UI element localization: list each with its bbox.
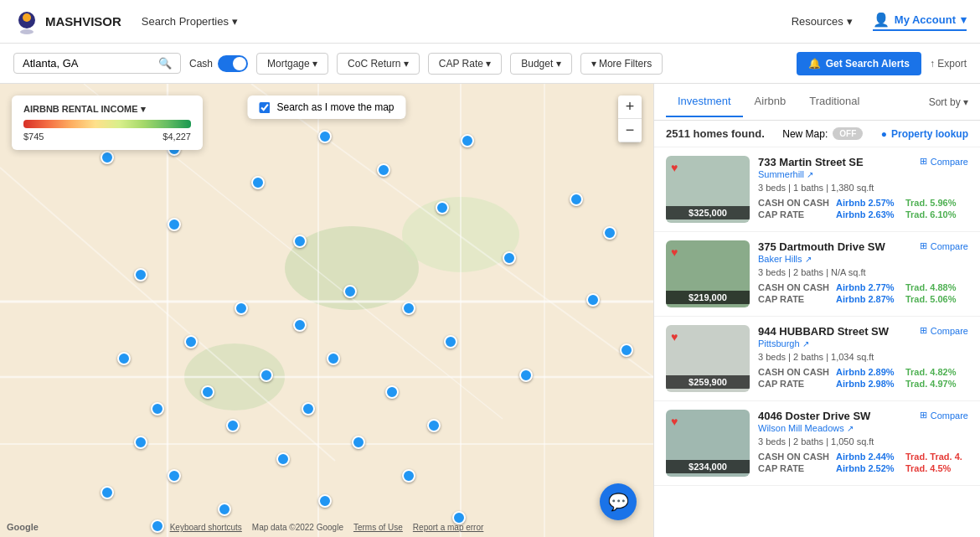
compare-button[interactable]: ⊞ Compare [920,240,968,251]
map-pin[interactable] [318,130,332,143]
resources-button[interactable]: Resources ▾ [792,15,853,28]
listing-neighborhood[interactable]: Summerhill ↗ [758,169,968,179]
favorite-icon[interactable]: ♥ [671,330,678,343]
export-button[interactable]: ↑ Export [930,58,967,70]
map-pin[interactable] [168,469,181,483]
listing-neighborhood[interactable]: Baker Hills ↗ [758,254,968,264]
map-pin[interactable] [151,402,164,416]
search-icon[interactable]: 🔍 [158,57,172,70]
map-pin[interactable] [343,285,357,298]
coc-filter-button[interactable]: CoC Return ▾ [337,53,420,75]
cash-on-cash-trad: Trad. 4.82% [905,367,968,377]
map-pin[interactable] [427,419,441,432]
tab-traditional[interactable]: Traditional [797,86,871,117]
listing-card: ♥ $234,000 4046 Doster Drive SW Wilson M… [654,401,980,486]
map-pin[interactable] [461,134,474,147]
map-pin[interactable] [101,151,114,164]
map-pin[interactable] [620,343,633,357]
compare-icon: ⊞ [920,156,927,167]
budget-filter-button[interactable]: Budget ▾ [510,53,571,75]
search-as-move-checkbox[interactable] [259,102,270,113]
map-pin[interactable] [251,176,265,189]
zoom-in-button[interactable]: + [618,96,642,119]
search-properties-chevron: ▾ [232,15,238,28]
cash-on-cash-airbnb: Airbnb 2.89% [836,367,899,377]
map-footer-shortcuts[interactable]: Keyboard shortcuts [170,523,242,532]
my-account-button[interactable]: 👤 My Account ▾ [873,12,967,31]
logo-text: MASHVISOR [45,14,121,28]
compare-button[interactable]: ⊞ Compare [920,410,968,421]
map-footer-terms[interactable]: Terms of Use [353,523,403,532]
map-pin[interactable] [168,218,181,231]
compare-button[interactable]: ⊞ Compare [920,325,968,336]
cap-rate-label: CAP RATE [758,463,829,473]
cash-mortgage-toggle[interactable] [218,55,248,72]
map-pin[interactable] [235,302,248,315]
get-alerts-button[interactable]: 🔔 Get Search Alerts [797,52,921,75]
zoom-out-button[interactable]: − [618,119,642,142]
map-pin[interactable] [226,419,240,432]
property-lookup-icon: ● [881,128,887,140]
map-pin[interactable] [444,335,457,349]
map-pin[interactable] [101,486,114,499]
map-pin[interactable] [201,385,214,399]
svg-point-1 [23,13,31,22]
cap-rate-airbnb: Airbnb 2.63% [836,209,899,219]
map-pin[interactable] [276,452,290,466]
header-right: Resources ▾ 👤 My Account ▾ [792,12,967,31]
map-pin[interactable] [318,494,332,508]
compare-button[interactable]: ⊞ Compare [920,156,968,167]
new-map-off-toggle[interactable]: OFF [833,127,863,140]
favorite-icon[interactable]: ♥ [671,415,678,428]
map-pin[interactable] [327,352,340,365]
map-pin[interactable] [385,385,399,399]
favorite-icon[interactable]: ♥ [671,161,678,174]
map-pin[interactable] [302,402,315,416]
more-filters-button[interactable]: ▾ More Filters [580,53,663,75]
listing-image-wrap: ♥ $325,000 [666,156,750,223]
map-pin[interactable] [134,436,147,449]
chat-button[interactable]: 💬 [600,483,637,520]
map-area[interactable]: AIRBNB RENTAL INCOME ▾ $745 $4,227 Searc… [0,84,653,537]
map-pin[interactable] [436,201,449,214]
listing-neighborhood[interactable]: Wilson Mill Meadows ↗ [758,423,968,433]
sort-by-button[interactable]: Sort by ▾ [929,96,968,108]
favorite-icon[interactable]: ♥ [671,245,678,259]
resources-label: Resources [792,15,843,28]
tab-airbnb[interactable]: Airbnb [743,86,798,117]
map-pin[interactable] [377,163,390,177]
link-icon: ↗ [807,170,813,179]
map-footer-report[interactable]: Report a map error [413,523,483,532]
map-pin[interactable] [603,226,616,240]
cap-filter-button[interactable]: CAP Rate ▾ [428,53,502,75]
property-lookup-button[interactable]: ● Property lookup [881,128,968,140]
listing-price: $234,000 [666,460,750,473]
map-pin[interactable] [352,436,365,449]
map-pin[interactable] [503,251,516,265]
map-pin[interactable] [293,318,307,332]
map-pin[interactable] [134,268,147,281]
search-properties-button[interactable]: Search Properties ▾ [142,15,238,28]
cash-on-cash-label: CASH ON CASH [758,198,829,208]
map-pin[interactable] [117,352,131,365]
map-pin[interactable] [586,293,600,307]
listing-beds: 3 beds | 2 baths | N/A sq.ft [758,267,968,277]
zoom-controls: + − [618,96,642,142]
map-pin[interactable] [402,469,415,483]
map-pin[interactable] [260,369,273,382]
cash-on-cash-trad: Trad. Trad. 4. [905,452,968,462]
listing-neighborhood[interactable]: Pittsburgh ↗ [758,338,968,349]
map-pin[interactable] [570,193,583,206]
tab-investment[interactable]: Investment [666,86,743,117]
logo[interactable]: MASHVISOR [13,8,121,35]
map-pin[interactable] [519,369,533,382]
location-input[interactable] [23,57,153,70]
mortgage-filter-button[interactable]: Mortgage ▾ [256,53,328,75]
map-pin[interactable] [402,302,415,315]
map-pin[interactable] [218,503,231,516]
map-pin[interactable] [151,519,164,533]
listings-scroll[interactable]: ♥ $325,000 733 Martin Street SE Summerhi… [654,147,980,537]
map-legend-title[interactable]: AIRBNB RENTAL INCOME ▾ [23,104,191,115]
map-pin[interactable] [293,235,307,248]
map-pin[interactable] [184,335,198,349]
